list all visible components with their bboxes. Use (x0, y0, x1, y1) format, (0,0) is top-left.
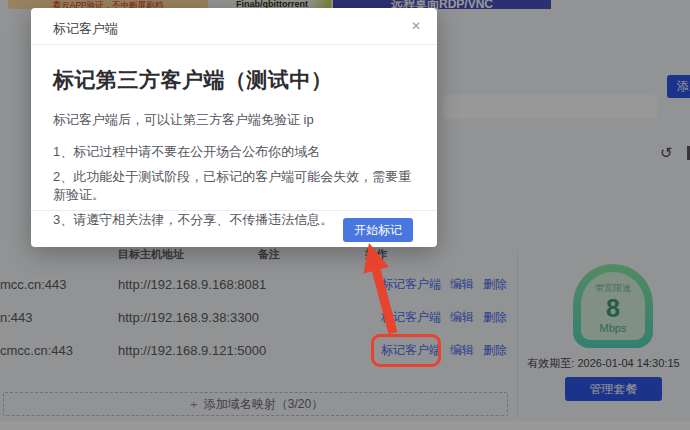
modal-rule-2: 2、此功能处于测试阶段，已标记的客户端可能会失效，需要重新验证。 (53, 168, 415, 204)
mark-client-modal: 标记客户端 ✕ 标记第三方客户端（测试中） 标记客户端后，可以让第三方客户端免验… (31, 8, 437, 247)
close-icon[interactable]: ✕ (411, 19, 421, 33)
start-mark-button[interactable]: 开始标记 (343, 218, 413, 242)
modal-intro: 标记客户端后，可以让第三方客户端免验证 ip (53, 111, 415, 129)
modal-footer: 开始标记 (31, 210, 437, 247)
modal-rule-1: 1、标记过程中请不要在公开场合公布你的域名 (53, 143, 415, 161)
modal-body: 标记第三方客户端（测试中） 标记客户端后，可以让第三方客户端免验证 ip 1、标… (31, 66, 437, 229)
modal-title: 标记第三方客户端（测试中） (53, 66, 415, 94)
screen: 看云APP验证，不中断屏刷档 Finab/qbittorrent 远程桌面RDP… (0, 0, 690, 430)
modal-header: 标记客户端 ✕ (31, 8, 437, 45)
modal-header-title: 标记客户端 (53, 21, 118, 36)
